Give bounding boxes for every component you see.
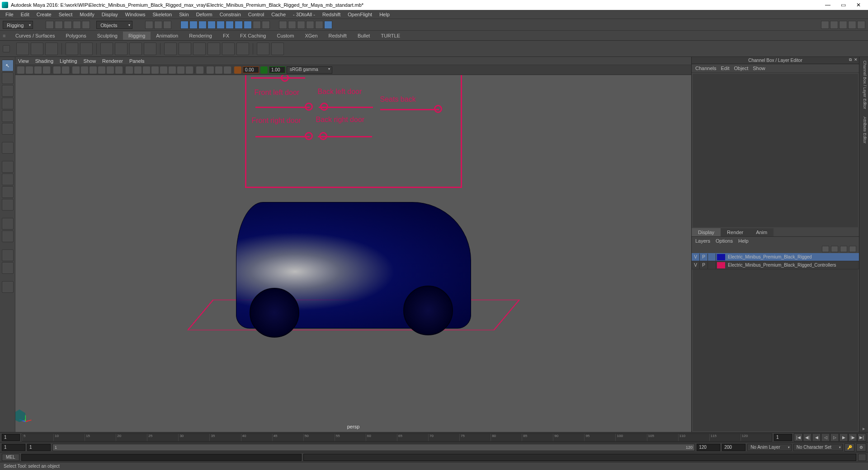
pt-xray-icon[interactable] [207,66,214,74]
pt-shadows-icon[interactable] [160,66,167,74]
step-back-keyframe-icon[interactable]: ◀| [803,433,812,442]
layer-visibility-toggle[interactable]: V [692,262,700,269]
timeline-track[interactable]: 5101520253035404550556065707580859095100… [22,433,772,442]
rigging-constraint2-icon[interactable] [271,42,284,55]
rigging-mirror-weights-icon[interactable] [179,42,191,55]
rig-slider-seats[interactable] [380,109,439,110]
rigging-detach-icon[interactable] [144,42,156,55]
layer-visibility-toggle[interactable]: V [692,254,700,261]
pt-motion-blur-icon[interactable] [177,66,184,74]
go-to-start-icon[interactable]: |◀ [794,433,803,442]
select-by-object-icon[interactable] [154,21,162,29]
cb-menu-channels[interactable]: Channels [695,66,716,71]
lock-selection-icon[interactable] [253,21,261,29]
pt-aa-icon[interactable] [186,66,193,74]
cb-menu-edit[interactable]: Edit [721,66,729,71]
layout-three-icon[interactable] [2,218,14,230]
shelf-tab-fx-caching[interactable]: FX Caching [235,32,271,40]
rotate-tool-icon[interactable] [2,110,14,122]
pt-select-camera-icon[interactable] [17,66,24,74]
panel-menu-renderer[interactable]: Renderer [102,58,123,64]
layer-row[interactable]: VPElectric_Minibus_Premium_Black_Rigged [692,253,859,261]
rigging-cluster-icon[interactable] [236,42,249,55]
layer-display-type[interactable] [708,262,716,269]
layout-four-icon[interactable] [2,174,14,185]
render-settings-icon[interactable] [848,21,856,29]
layout-outliner-icon[interactable] [2,230,14,242]
undo-icon[interactable] [73,21,81,29]
layout-single-icon[interactable] [2,161,14,173]
current-frame-field-right[interactable]: 1 [774,434,792,441]
shelf-tab-polygons[interactable]: Polygons [60,32,91,40]
dock-channel-box[interactable]: Channel Box / Layer Editor [859,57,868,113]
current-frame-field-left[interactable]: 1 [2,434,20,441]
mask-curve-icon[interactable] [198,21,207,29]
range-start-field[interactable]: 1 [27,444,51,451]
mask-joint-icon[interactable] [189,21,198,29]
pt-isolate-icon[interactable] [196,66,203,74]
panel-menu-show[interactable]: Show [84,58,96,64]
menu-control[interactable]: Control [245,11,268,18]
pt-resolution-gate-icon[interactable] [90,66,97,74]
rigging-joint-icon[interactable] [16,42,29,55]
panel-menu-shading[interactable]: Shading [35,58,53,64]
panel-menu-view[interactable]: View [18,58,29,64]
rigging-rigid-bind-icon[interactable] [129,42,142,55]
menu-file[interactable]: File [2,11,17,18]
colorspace-dropdown[interactable]: sRGB gamma [287,66,332,74]
shelf-tab-animation[interactable]: Animation [151,32,184,40]
cb-menu-show[interactable]: Show [753,66,765,71]
hypershade-icon[interactable] [857,21,865,29]
anim-layer-dropdown[interactable]: No Anim Layer [747,444,792,451]
rigging-copy-weights-icon[interactable] [193,42,206,55]
layer-display-type[interactable] [708,254,716,261]
shelf-tab-turtle[interactable]: TURTLE [375,32,406,40]
mask-handle-icon[interactable] [180,21,189,29]
menu-openflight[interactable]: OpenFlight [344,11,376,18]
anim-start-field[interactable]: 1 [2,444,25,451]
layer-color-swatch[interactable] [717,262,725,268]
layer-row[interactable]: VPElectric_Minibus_Premium_Black_Rigged_… [692,261,859,269]
rigging-smooth-bind-icon[interactable] [115,42,127,55]
rig-slider-top-left[interactable] [251,77,305,79]
snap-live-icon[interactable] [315,21,323,29]
rig-slider-fr-knob[interactable] [305,132,313,140]
close-button[interactable]: ✕ [851,0,866,10]
scale-tool-icon[interactable] [2,123,14,135]
pt-bookmark-icon[interactable] [34,66,42,74]
range-track[interactable]: 1 120 [52,444,695,451]
pt-grease-pencil-icon[interactable] [62,66,69,74]
rigging-ikhandle-icon[interactable] [31,42,43,55]
menu-edit[interactable]: Edit [17,11,33,18]
workspace-selector[interactable]: Rigging [3,21,33,29]
pt-lock-camera-icon[interactable] [26,66,33,74]
step-forward-frame-icon[interactable]: ▶ [839,433,848,442]
pt-field-chart-icon[interactable] [107,66,114,74]
cmd-lang-label[interactable]: MEL [2,454,19,461]
shelf-tab-redshift[interactable]: Redshift [323,32,352,40]
shelf-tab-curves-surfaces[interactable]: Curves / Surfaces [10,32,60,40]
menu-cache[interactable]: Cache [268,11,289,18]
snap-grid-icon[interactable] [279,21,287,29]
snap-curve-icon[interactable] [288,21,296,29]
open-scene-icon[interactable] [55,21,63,29]
layout-custom-icon[interactable] [2,281,14,293]
cb-menu-object[interactable]: Object [734,66,748,71]
menu-deform[interactable]: Deform [193,11,216,18]
move-tool-icon[interactable] [2,98,14,109]
pt-gate-mask-icon[interactable] [98,66,105,74]
step-forward-keyframe-icon[interactable]: |▶ [848,433,857,442]
select-tool-icon[interactable]: ↖ [2,60,14,71]
anim-end-field[interactable]: 200 [722,444,745,451]
minimize-button[interactable]: — [820,0,835,10]
layer-playback-toggle[interactable]: P [700,254,708,261]
layout-two-v-icon[interactable] [2,199,14,211]
mask-surface-icon[interactable] [208,21,216,29]
menu-help[interactable]: Help [376,11,393,18]
pt-xray-components-icon[interactable] [224,66,231,74]
car-model[interactable] [231,188,476,333]
pt-xray-joints-icon[interactable] [215,66,222,74]
layout-persp-graph-icon[interactable] [2,249,14,261]
menu-redshift[interactable]: Redshift [319,11,344,18]
cb-close-icon[interactable]: ✕ [854,57,858,62]
